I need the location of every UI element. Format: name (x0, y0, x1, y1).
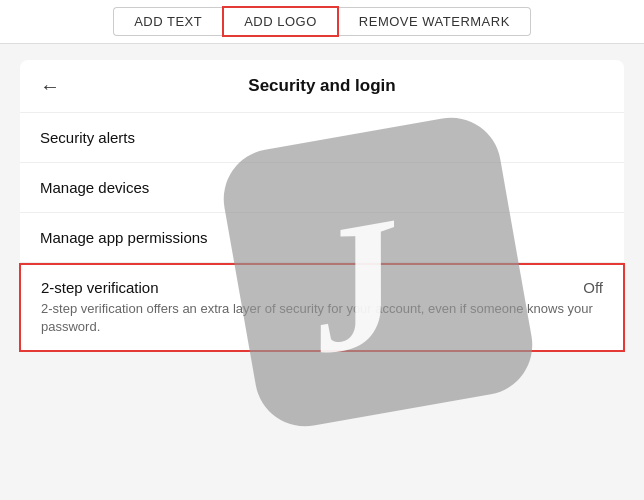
two-step-status: Off (583, 279, 603, 296)
toolbar: ADD TEXT ADD LOGO REMOVE WATERMARK (0, 0, 644, 44)
add-text-button[interactable]: ADD TEXT (113, 7, 222, 36)
back-button[interactable]: ← (40, 76, 60, 96)
settings-panel: ← Security and login Security alerts Man… (20, 60, 624, 352)
settings-header: ← Security and login (20, 60, 624, 113)
two-step-title: 2-step verification (41, 279, 159, 296)
two-step-row: 2-step verification Off (41, 279, 603, 296)
two-step-description: 2-step verification offers an extra laye… (41, 300, 603, 336)
two-step-verification-item[interactable]: 2-step verification Off 2-step verificat… (19, 263, 625, 352)
manage-devices-label: Manage devices (40, 179, 149, 196)
manage-app-permissions-item[interactable]: Manage app permissions (20, 213, 624, 263)
add-logo-button[interactable]: ADD LOGO (222, 6, 339, 37)
security-alerts-item[interactable]: Security alerts (20, 113, 624, 163)
main-content: ← Security and login Security alerts Man… (0, 44, 644, 500)
remove-watermark-button[interactable]: REMOVE WATERMARK (339, 7, 531, 36)
security-alerts-label: Security alerts (40, 129, 135, 146)
settings-title: Security and login (76, 76, 604, 96)
manage-app-permissions-label: Manage app permissions (40, 229, 208, 246)
manage-devices-item[interactable]: Manage devices (20, 163, 624, 213)
